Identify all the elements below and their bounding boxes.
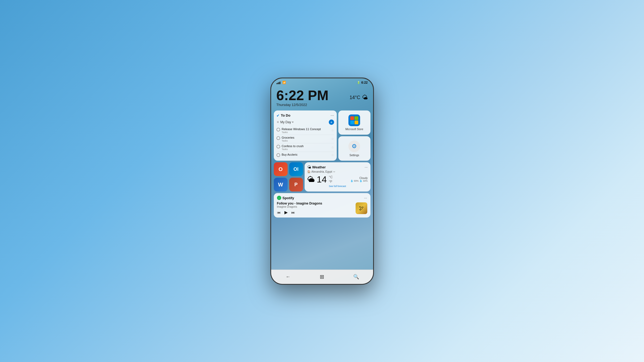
weather-widget[interactable]: 🌤 Weather ··· 🏠 Alexandria, Egypt ✏ 🌥 1 <box>305 162 370 191</box>
todo-item-text: Release Windows 11 Concept Tasks <box>282 127 321 134</box>
todo-circle-icon[interactable] <box>276 136 280 140</box>
todo-circle-icon[interactable] <box>276 145 280 148</box>
powerpoint-icon[interactable]: P <box>289 178 303 191</box>
status-bar: 📶 🔋 6:22 <box>271 78 373 86</box>
todo-item-left: Buy Accleric <box>276 153 298 157</box>
clock-date: Thursday 12/5/2022 <box>276 103 329 107</box>
todo-item-title: Buy Accleric <box>282 153 298 156</box>
todo-more-button[interactable]: ··· <box>330 113 334 118</box>
todo-item-title: Confess to crush <box>282 144 304 148</box>
myday-chevron-icon[interactable]: ▾ <box>292 121 293 123</box>
todo-item[interactable]: Release Windows 11 Concept Tasks ☆ <box>276 126 334 135</box>
todo-item[interactable]: Buy Accleric ☆ <box>276 152 334 158</box>
todo-item-text: Confess to crush Tasks <box>282 144 304 151</box>
ms-store-grid <box>350 116 358 124</box>
home-button[interactable]: ⊞ <box>317 272 327 282</box>
spotify-next-button[interactable]: ⏭ <box>291 210 295 215</box>
todo-item-text: Buy Accleric <box>282 153 298 156</box>
todo-header: ✔ To Do ··· <box>276 113 334 118</box>
todo-item-left: Confess to crush Tasks <box>276 144 304 151</box>
weather-edit-icon[interactable]: ✏ <box>333 171 335 173</box>
office-row-bottom: W P <box>274 178 303 191</box>
widgets-row-1: ✔ To Do ··· ☀ My Day ▾ + <box>274 110 370 161</box>
clock-time: 6:22 PM <box>276 88 329 102</box>
phone-frame: 📶 🔋 6:22 6:22 PM Thursday 12/5/2022 14°C… <box>270 78 374 285</box>
office-letter: O <box>279 166 283 172</box>
weather-sun-icon: 🌤 <box>307 165 311 169</box>
signal-bars-icon <box>276 81 280 84</box>
settings-widget[interactable]: ⚙ Settings <box>338 136 370 161</box>
weather-more-button[interactable]: ··· <box>365 165 368 169</box>
myday-add-button[interactable]: + <box>329 120 334 125</box>
settings-label: Settings <box>349 154 359 157</box>
signal-bar-4 <box>280 82 280 84</box>
spotify-icon: ♪ <box>277 196 281 200</box>
right-column: Microsoft Store ⚙ Settings <box>338 110 370 161</box>
spotify-title: Spotify <box>283 196 294 200</box>
ms-store-icon <box>348 114 360 126</box>
todo-item-left: Groceries Tasks <box>276 136 295 142</box>
todo-star-icon[interactable]: ☆ <box>331 153 334 157</box>
todo-circle-icon[interactable] <box>276 153 280 157</box>
todo-title-row: ✔ To Do <box>276 113 291 118</box>
search-button[interactable]: 🔍 <box>351 272 361 282</box>
office-icon[interactable]: O <box>274 162 288 176</box>
spotify-content: Follow you - Imagine Dragons Imagine Dra… <box>277 202 367 215</box>
ms-store-blue <box>350 121 354 124</box>
outlook-icon[interactable]: Ol <box>289 162 303 176</box>
settings-gear-icon: ⚙ <box>352 143 357 150</box>
status-right: 🔋 6:22 <box>357 81 368 84</box>
spotify-widget[interactable]: ♪ Spotify ··· Follow you - Imagine Drago… <box>274 193 370 218</box>
todo-star-icon[interactable]: ☆ <box>331 137 334 141</box>
weather-location-text: Alexandria, Egypt <box>312 170 332 173</box>
ms-store-widget[interactable]: Microsoft Store <box>338 110 370 135</box>
todo-item-text: Groceries Tasks <box>282 136 295 142</box>
todo-item[interactable]: Confess to crush Tasks ☆ <box>276 143 334 152</box>
weather-main: 🌥 14 °C °F Cloudy 💧 69% 💧 34% <box>307 175 368 184</box>
todo-myday-row: ☀ My Day ▾ + <box>276 120 334 125</box>
clock-area: 6:22 PM Thursday 12/5/2022 14°C 🌤 <box>271 86 373 110</box>
powerpoint-letter: P <box>294 182 297 188</box>
todo-widget[interactable]: ✔ To Do ··· ☀ My Day ▾ + <box>274 110 337 161</box>
clock-weather-mini: 14°C 🌤 <box>349 94 368 101</box>
ms-store-green <box>355 116 358 120</box>
todo-title: To Do <box>281 113 291 117</box>
todo-check-icon: ✔ <box>276 113 280 118</box>
clock-block: 6:22 PM Thursday 12/5/2022 <box>276 88 329 107</box>
weather-forecast-link[interactable]: See full forecast <box>307 185 368 188</box>
todo-star-icon[interactable]: ☆ <box>331 129 334 132</box>
wifi-icon: 📶 <box>282 81 286 84</box>
ms-store-label: Microsoft Store <box>346 128 363 131</box>
todo-item-subtitle: Tasks <box>282 131 321 134</box>
spotify-song: Follow you - Imagine Dragons <box>277 202 356 205</box>
todo-item-title: Groceries <box>282 136 295 139</box>
weather-units: °C °F <box>329 175 333 184</box>
weather-temp: 14 <box>317 174 327 184</box>
spotify-header-left: ♪ Spotify <box>277 196 294 200</box>
spotify-more-button[interactable]: ··· <box>364 196 367 200</box>
myday-sun-icon: ☀ <box>276 120 279 124</box>
clock-weather-icon: 🌤 <box>362 94 368 101</box>
todo-star-icon[interactable]: ☆ <box>331 146 334 149</box>
spotify-prev-button[interactable]: ⏮ <box>277 210 281 215</box>
back-button[interactable]: ← <box>283 272 293 282</box>
word-icon[interactable]: W <box>274 178 288 191</box>
weather-fahrenheit: °F <box>329 180 333 184</box>
todo-item-left: Release Windows 11 Concept Tasks <box>276 127 321 134</box>
weather-title: Weather <box>312 165 326 169</box>
weather-humidity: 💧 69% 💧 34% <box>350 180 368 182</box>
todo-item-subtitle: Tasks <box>282 139 295 142</box>
spotify-play-button[interactable]: ▶ <box>284 210 288 215</box>
weather-condition: Cloudy <box>350 177 368 180</box>
widgets-row-2: O Ol W P <box>274 162 370 191</box>
settings-icon: ⚙ <box>348 140 360 152</box>
status-time: 6:22 <box>361 81 368 84</box>
signal-bar-2 <box>278 83 278 84</box>
weather-temp-block: 14 <box>317 175 327 184</box>
todo-item[interactable]: Groceries Tasks ☆ <box>276 135 334 143</box>
weather-details: Cloudy 💧 69% 💧 34% <box>350 177 368 182</box>
todo-circle-icon[interactable] <box>276 128 280 131</box>
weather-header-left: 🌤 Weather <box>307 165 326 169</box>
ms-store-red <box>350 116 354 120</box>
bottom-nav: ← ⊞ 🔍 <box>271 270 373 284</box>
